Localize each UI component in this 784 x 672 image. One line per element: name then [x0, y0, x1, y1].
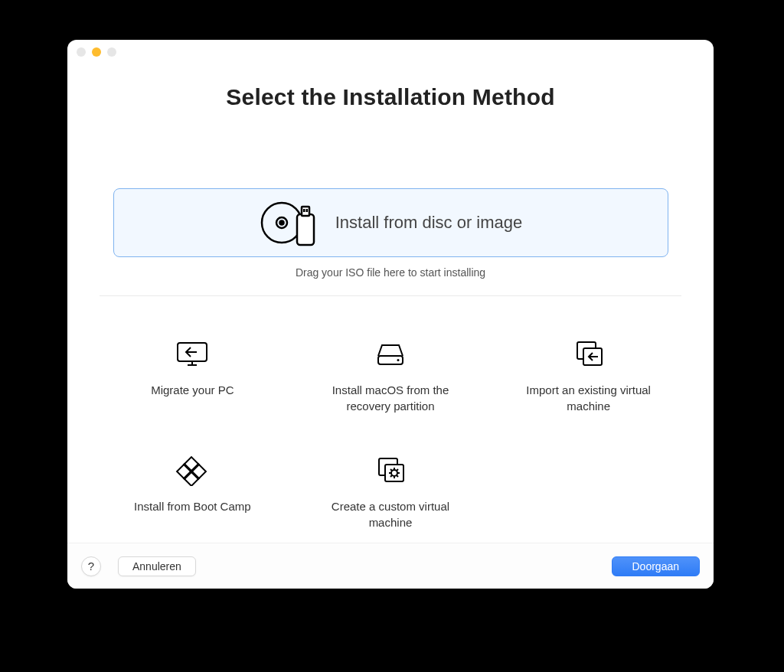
zoom-icon[interactable] [107, 47, 116, 57]
svg-point-2 [279, 221, 283, 225]
options-grid: Migrate your PC Install macOS from the r… [100, 339, 681, 530]
minimize-icon[interactable] [92, 47, 101, 57]
import-vm-label: Import an existing virtual machine [508, 382, 669, 414]
continue-button[interactable]: Doorgaan [612, 556, 701, 576]
svg-line-27 [390, 469, 392, 471]
migrate-pc-icon [175, 339, 209, 370]
svg-line-29 [397, 469, 398, 471]
import-vm-option[interactable]: Import an existing virtual machine [508, 339, 669, 414]
disc-usb-icon [259, 197, 318, 248]
migrate-pc-label: Migrate your PC [151, 382, 234, 398]
content-area: Select the Installation Method Install f… [67, 64, 714, 543]
separator [100, 295, 681, 296]
bootcamp-label: Install from Boot Camp [134, 498, 251, 514]
custom-vm-icon [374, 455, 407, 486]
custom-vm-label: Create a custom virtual machine [310, 498, 471, 530]
bootcamp-option[interactable]: Install from Boot Camp [112, 455, 273, 530]
bootcamp-icon [175, 455, 209, 486]
install-from-disc-option[interactable]: Install from disc or image [113, 188, 668, 257]
close-icon[interactable] [77, 47, 86, 57]
titlebar [67, 40, 714, 64]
footer: ? Annuleren Doorgaan [67, 543, 714, 589]
svg-rect-3 [297, 214, 314, 245]
help-button[interactable]: ? [81, 556, 101, 576]
svg-rect-21 [385, 465, 403, 481]
svg-rect-6 [305, 209, 308, 212]
svg-rect-5 [303, 209, 305, 212]
install-from-disc-label: Install from disc or image [335, 213, 523, 233]
page-title: Select the Installation Method [226, 84, 554, 110]
drop-hint: Drag your ISO file here to start install… [296, 266, 485, 279]
migrate-pc-option[interactable]: Migrate your PC [112, 339, 273, 414]
svg-rect-4 [302, 207, 309, 216]
import-vm-icon [572, 339, 606, 370]
svg-line-30 [390, 475, 392, 477]
installer-window: Select the Installation Method Install f… [67, 40, 714, 589]
cancel-button[interactable]: Annuleren [118, 556, 196, 576]
install-macos-option[interactable]: Install macOS from the recovery partitio… [310, 339, 471, 414]
svg-line-28 [397, 475, 398, 477]
install-macos-label: Install macOS from the recovery partitio… [310, 382, 471, 414]
svg-point-12 [397, 359, 399, 361]
custom-vm-option[interactable]: Create a custom virtual machine [310, 455, 471, 530]
hard-drive-icon [374, 339, 407, 370]
